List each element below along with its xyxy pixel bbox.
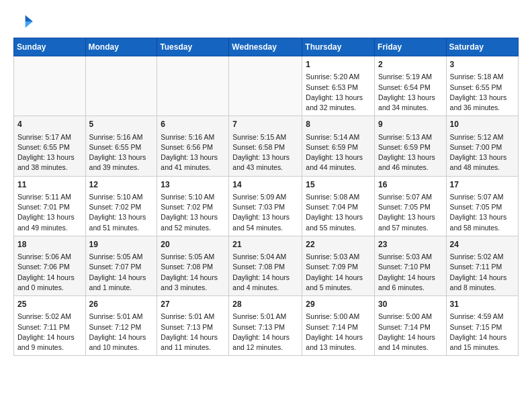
day-info: and 55 minutes. bbox=[306, 223, 371, 233]
day-info: and 51 minutes. bbox=[89, 223, 154, 233]
day-info: and 57 minutes. bbox=[378, 223, 443, 233]
day-info: Sunrise: 5:01 AM bbox=[161, 312, 225, 322]
day-info: Sunrise: 5:13 AM bbox=[378, 132, 443, 142]
weekday-header: Wednesday bbox=[229, 38, 302, 56]
day-info: and 41 minutes. bbox=[161, 163, 225, 173]
calendar-cell bbox=[229, 56, 302, 116]
day-info: Daylight: 14 hours bbox=[232, 332, 298, 342]
day-info: and 52 minutes. bbox=[161, 223, 225, 233]
day-info: and 4 minutes. bbox=[232, 283, 298, 293]
calendar-table: SundayMondayTuesdayWednesdayThursdayFrid… bbox=[13, 38, 519, 356]
day-info: Sunrise: 5:08 AM bbox=[306, 192, 371, 202]
day-info: Sunrise: 5:07 AM bbox=[450, 192, 515, 202]
calendar-cell: 27Sunrise: 5:01 AMSunset: 7:13 PMDayligh… bbox=[157, 296, 229, 356]
day-number: 29 bbox=[306, 299, 371, 310]
calendar-cell bbox=[14, 56, 86, 116]
calendar-cell: 10Sunrise: 5:12 AMSunset: 7:00 PMDayligh… bbox=[446, 116, 518, 176]
day-info: Sunset: 7:14 PM bbox=[306, 322, 371, 332]
day-info: and 38 minutes. bbox=[17, 163, 82, 173]
day-info: Daylight: 13 hours bbox=[161, 152, 225, 163]
day-info: Daylight: 14 hours bbox=[89, 332, 154, 342]
calendar-cell: 6Sunrise: 5:16 AMSunset: 6:56 PMDaylight… bbox=[157, 116, 229, 176]
day-info: Sunset: 7:07 PM bbox=[89, 262, 154, 272]
day-info: and 10 minutes. bbox=[89, 342, 154, 353]
day-info: and 8 minutes. bbox=[450, 283, 515, 293]
day-info: Sunrise: 5:16 AM bbox=[161, 132, 225, 142]
calendar-cell: 21Sunrise: 5:04 AMSunset: 7:08 PMDayligh… bbox=[229, 236, 302, 295]
day-number: 24 bbox=[450, 239, 515, 250]
day-number: 15 bbox=[306, 179, 371, 191]
day-number: 27 bbox=[161, 299, 225, 310]
calendar-cell: 9Sunrise: 5:13 AMSunset: 6:59 PMDaylight… bbox=[375, 116, 447, 176]
day-number: 19 bbox=[89, 239, 154, 250]
day-info: and 58 minutes. bbox=[450, 223, 515, 233]
calendar-cell: 30Sunrise: 5:00 AMSunset: 7:14 PMDayligh… bbox=[375, 296, 447, 356]
day-info: Daylight: 14 hours bbox=[378, 332, 443, 342]
day-info: Sunrise: 5:17 AM bbox=[17, 132, 82, 142]
day-info: Daylight: 14 hours bbox=[378, 273, 443, 283]
day-info: Daylight: 14 hours bbox=[89, 273, 154, 283]
day-number: 10 bbox=[450, 119, 515, 130]
calendar-week-row: 4Sunrise: 5:17 AMSunset: 6:55 PMDaylight… bbox=[14, 116, 519, 176]
calendar-cell bbox=[85, 56, 157, 116]
calendar-cell: 8Sunrise: 5:14 AMSunset: 6:59 PMDaylight… bbox=[302, 116, 375, 176]
day-number: 4 bbox=[17, 119, 82, 130]
day-info: Sunset: 7:05 PM bbox=[450, 202, 515, 212]
day-info: Sunset: 6:55 PM bbox=[450, 83, 515, 93]
calendar-cell: 28Sunrise: 5:01 AMSunset: 7:13 PMDayligh… bbox=[229, 296, 302, 356]
calendar-cell: 13Sunrise: 5:10 AMSunset: 7:02 PMDayligh… bbox=[157, 176, 229, 236]
day-info: and 54 minutes. bbox=[232, 223, 298, 233]
calendar-cell: 22Sunrise: 5:03 AMSunset: 7:09 PMDayligh… bbox=[302, 236, 375, 295]
day-info: Daylight: 13 hours bbox=[378, 212, 443, 222]
day-info: Daylight: 14 hours bbox=[161, 332, 225, 342]
day-info: Sunset: 7:04 PM bbox=[306, 202, 371, 212]
calendar-cell: 14Sunrise: 5:09 AMSunset: 7:03 PMDayligh… bbox=[229, 176, 302, 236]
day-info: Sunset: 7:06 PM bbox=[17, 262, 82, 272]
day-info: Sunrise: 5:18 AM bbox=[450, 72, 515, 82]
day-info: and 44 minutes. bbox=[306, 163, 371, 173]
day-info: Daylight: 13 hours bbox=[450, 93, 515, 103]
day-number: 30 bbox=[378, 299, 443, 310]
calendar-cell: 16Sunrise: 5:07 AMSunset: 7:05 PMDayligh… bbox=[375, 176, 447, 236]
day-info: and 34 minutes. bbox=[378, 103, 443, 113]
day-info: Sunrise: 5:01 AM bbox=[89, 312, 154, 322]
day-number: 26 bbox=[89, 299, 154, 310]
calendar-header: SundayMondayTuesdayWednesdayThursdayFrid… bbox=[14, 38, 519, 56]
day-info: Sunset: 6:58 PM bbox=[232, 142, 298, 152]
day-number: 2 bbox=[378, 59, 443, 71]
day-info: Sunset: 7:02 PM bbox=[89, 202, 154, 212]
day-info: Daylight: 13 hours bbox=[450, 212, 515, 222]
calendar-cell: 5Sunrise: 5:16 AMSunset: 6:55 PMDaylight… bbox=[85, 116, 157, 176]
day-number: 8 bbox=[306, 119, 371, 130]
day-info: Sunset: 6:59 PM bbox=[378, 142, 443, 152]
day-info: and 43 minutes. bbox=[232, 163, 298, 173]
day-info: Sunrise: 5:06 AM bbox=[17, 252, 82, 262]
day-info: Sunrise: 5:10 AM bbox=[161, 192, 225, 202]
day-info: Daylight: 13 hours bbox=[89, 212, 154, 222]
weekday-header: Tuesday bbox=[157, 38, 229, 56]
day-info: Daylight: 14 hours bbox=[450, 273, 515, 283]
day-info: and 15 minutes. bbox=[450, 342, 515, 353]
calendar-week-row: 1Sunrise: 5:20 AMSunset: 6:53 PMDaylight… bbox=[14, 56, 519, 116]
day-number: 3 bbox=[450, 59, 515, 71]
day-info: and 12 minutes. bbox=[232, 342, 298, 353]
day-info: Sunrise: 5:00 AM bbox=[378, 312, 443, 322]
logo bbox=[13, 11, 38, 32]
calendar-cell: 18Sunrise: 5:06 AMSunset: 7:06 PMDayligh… bbox=[14, 236, 86, 295]
calendar-cell: 31Sunrise: 4:59 AMSunset: 7:15 PMDayligh… bbox=[446, 296, 518, 356]
day-number: 28 bbox=[232, 299, 298, 310]
weekday-header: Monday bbox=[85, 38, 157, 56]
day-info: Sunset: 7:02 PM bbox=[161, 202, 225, 212]
page-header bbox=[13, 11, 519, 32]
day-info: Sunrise: 5:03 AM bbox=[378, 252, 443, 262]
day-info: Sunrise: 5:15 AM bbox=[232, 132, 298, 142]
day-info: Sunrise: 5:05 AM bbox=[161, 252, 225, 262]
calendar-cell bbox=[157, 56, 229, 116]
day-number: 18 bbox=[17, 239, 82, 250]
day-info: and 48 minutes. bbox=[450, 163, 515, 173]
day-info: and 36 minutes. bbox=[450, 103, 515, 113]
day-info: Sunrise: 5:09 AM bbox=[232, 192, 298, 202]
calendar-week-row: 25Sunrise: 5:02 AMSunset: 7:11 PMDayligh… bbox=[14, 296, 519, 356]
calendar-cell: 1Sunrise: 5:20 AMSunset: 6:53 PMDaylight… bbox=[302, 56, 375, 116]
day-info: Sunrise: 5:00 AM bbox=[306, 312, 371, 322]
